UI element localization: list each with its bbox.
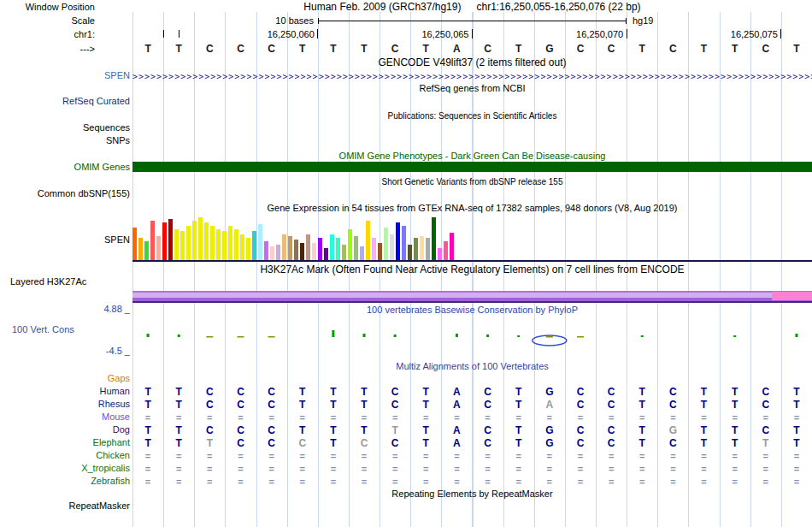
label-window-position[interactable]: Window Position — [0, 2, 95, 13]
label-mouse[interactable]: Mouse — [0, 412, 130, 423]
gtex-tissue-bar[interactable] — [372, 238, 376, 260]
gtex-tissue-bar[interactable] — [138, 238, 143, 260]
label-rhesus[interactable]: Rhesus — [0, 399, 130, 410]
gtex-tissue-bar[interactable] — [360, 246, 364, 260]
gtex-tissue-bar[interactable] — [318, 238, 322, 260]
gtex-tissue-bar[interactable] — [288, 236, 292, 260]
label-sequences[interactable]: Sequences — [0, 122, 130, 133]
gtex-tissue-bar[interactable] — [162, 222, 167, 260]
gtex-tissue-bar[interactable] — [312, 243, 316, 260]
gtex-tissue-bar[interactable] — [390, 234, 394, 260]
gtex-tissue-bar[interactable] — [444, 241, 448, 260]
reference-base: C — [657, 43, 688, 55]
layered-h3k27ac-track[interactable] — [132, 291, 812, 303]
label-common-dbsnp[interactable]: Common dbSNP(155) — [0, 188, 130, 199]
label-omim-genes[interactable]: OMIM Genes — [0, 162, 130, 173]
label-gaps[interactable]: Gaps — [0, 373, 130, 384]
gtex-tissue-bar[interactable] — [426, 238, 430, 260]
label-cons-name[interactable]: 100 Vert. Cons — [12, 324, 74, 335]
omim-gene-bar[interactable] — [132, 162, 812, 172]
label-spen-gencode[interactable]: SPEN — [0, 70, 130, 81]
label-elephant[interactable]: Elephant — [0, 437, 130, 448]
label-scale[interactable]: Scale — [0, 15, 95, 27]
alignment-base: = — [441, 412, 472, 423]
gtex-tissue-bar[interactable] — [192, 221, 197, 260]
gtex-tissue-bar[interactable] — [264, 241, 268, 260]
scale-bar-left-tick — [318, 18, 319, 24]
gtex-tissue-bar[interactable] — [366, 221, 370, 260]
gtex-tissue-bar[interactable] — [168, 219, 173, 260]
gtex-tissue-bar[interactable] — [186, 226, 191, 260]
gtex-tissue-bar[interactable] — [396, 222, 400, 260]
gtex-tissue-bar[interactable] — [252, 231, 256, 260]
gtex-tissue-bar[interactable] — [180, 231, 185, 260]
gtex-tissue-bar[interactable] — [204, 222, 209, 260]
header-row: Human Feb. 2009 (GRCh37/hg19)chr1:16,250… — [132, 1, 812, 13]
gtex-tissue-bar[interactable] — [144, 241, 149, 260]
gtex-tissue-bar[interactable] — [378, 243, 382, 260]
label-layered-h3k27ac[interactable]: Layered H3K27Ac — [10, 276, 86, 287]
alignment-base: = — [225, 412, 256, 423]
gtex-tissue-bar[interactable] — [324, 248, 328, 260]
gtex-tissue-bar[interactable] — [306, 234, 310, 260]
conservation-track[interactable] — [132, 315, 812, 352]
label-strand[interactable]: ---> — [0, 44, 95, 55]
label-snps[interactable]: SNPs — [0, 135, 130, 146]
gtex-tissue-bar[interactable] — [432, 217, 436, 260]
gtex-tissue-bar[interactable] — [450, 233, 454, 260]
gtex-tissue-bar[interactable] — [384, 228, 388, 260]
gtex-tissue-bar[interactable] — [348, 229, 352, 260]
gtex-tissue-bar[interactable] — [210, 226, 215, 260]
gtex-tissue-bar[interactable] — [156, 236, 161, 260]
conservation-mark — [268, 336, 275, 338]
h3k27ac-signal-layer[interactable] — [132, 301, 812, 303]
alignment-base: = — [503, 463, 534, 475]
gtex-tissue-bar[interactable] — [438, 248, 442, 260]
gtex-tissue-bar[interactable] — [240, 234, 244, 260]
alignment-base: G — [534, 424, 565, 436]
gtex-tissue-bar[interactable] — [276, 245, 280, 260]
gtex-tissue-bar[interactable] — [336, 238, 340, 260]
label-cons-min[interactable]: -4.5 _ — [0, 346, 130, 357]
gtex-tissue-bar[interactable] — [258, 224, 262, 260]
alignment-base: = — [380, 450, 410, 462]
spen-gene-line[interactable]: >>>>>>>>>>>>>>>>>>>>>>>>>>>>>>>>>>>>>>>>… — [132, 72, 812, 81]
gtex-tissue-bar[interactable] — [420, 236, 424, 260]
label-cons-max[interactable]: 4.88 _ — [0, 304, 130, 315]
gtex-tissue-bar[interactable] — [354, 236, 358, 260]
label-refseq-curated[interactable]: RefSeq Curated — [0, 96, 130, 107]
gtex-tissue-bar[interactable] — [402, 226, 406, 260]
h3k27ac-signal-layer[interactable] — [772, 292, 812, 300]
gtex-tissue-bar[interactable] — [216, 229, 221, 260]
gtex-tissue-bar[interactable] — [270, 246, 274, 260]
gtex-tissue-bar[interactable] — [234, 229, 238, 260]
label-human[interactable]: Human — [0, 386, 130, 397]
label-spen-gtex[interactable]: SPEN — [0, 234, 130, 246]
gtex-tissue-bar[interactable] — [300, 243, 304, 260]
label-x-tropicalis[interactable]: X_tropicalis — [0, 463, 130, 474]
gtex-tissue-bar[interactable] — [414, 238, 418, 260]
gtex-tissue-bar[interactable] — [294, 240, 298, 260]
label-repeatmasker[interactable]: RepeatMasker — [0, 500, 130, 512]
label-chrom[interactable]: chr1: — [0, 29, 95, 40]
gtex-tissue-bar[interactable] — [222, 231, 227, 260]
gtex-tissue-bar[interactable] — [330, 234, 334, 260]
gtex-tissue-bar[interactable] — [150, 221, 155, 260]
gtex-tissue-bar[interactable] — [246, 238, 250, 260]
gtex-tissue-bar[interactable] — [132, 228, 137, 260]
alignment-base: T — [627, 386, 657, 398]
ruler-tick — [472, 29, 473, 38]
alignment-base: = — [657, 450, 688, 462]
gtex-tissue-bar[interactable] — [282, 234, 286, 260]
gtex-tissue-bar[interactable] — [174, 229, 179, 260]
gtex-tissue-bar[interactable] — [228, 226, 232, 260]
gtex-tissue-bar[interactable] — [408, 245, 412, 260]
gtex-tissue-bar[interactable] — [342, 245, 346, 260]
gtex-tissue-bar[interactable] — [198, 217, 203, 260]
alignment-base: C — [657, 399, 688, 411]
label-zebrafish[interactable]: Zebrafish — [0, 476, 130, 487]
alignment-base: = — [596, 476, 627, 488]
label-chicken[interactable]: Chicken — [0, 450, 130, 461]
label-dog[interactable]: Dog — [0, 424, 130, 435]
alignment-base: = — [410, 412, 441, 423]
